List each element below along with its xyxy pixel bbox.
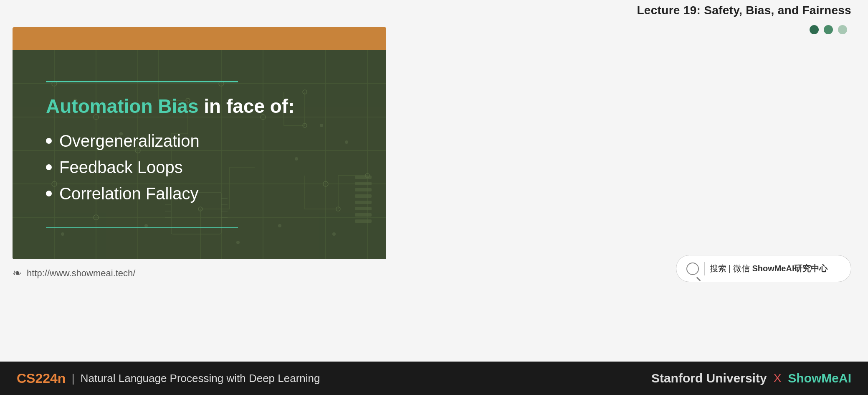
link-icon: ❧ (13, 267, 22, 280)
slide-headline-rest: in face of: (198, 95, 294, 117)
slide-headline-highlight: Automation Bias (46, 95, 198, 117)
bottom-bar: CS224n | Natural Language Processing wit… (0, 362, 868, 395)
slide-content: Automation Bias in face of: Overgenerali… (13, 50, 386, 259)
nav-dot-3[interactable] (838, 25, 847, 34)
brand-name: ShowMeAI (788, 371, 851, 385)
url-text: http://www.showmeai.tech/ (27, 268, 135, 279)
search-divider (704, 262, 705, 275)
bottom-left: CS224n | Natural Language Processing wit… (17, 371, 320, 386)
bullet-2: Feedback Loops (46, 158, 353, 177)
right-panel (388, 42, 868, 362)
university-name: Stanford University (651, 371, 767, 385)
url-bar: ❧ http://www.showmeai.tech/ (13, 267, 135, 280)
slide-headline: Automation Bias in face of: (46, 95, 353, 118)
nav-dots (810, 25, 847, 34)
slide-divider-bottom (46, 227, 238, 228)
course-title: Natural Language Processing with Deep Le… (81, 372, 320, 385)
course-code: CS224n (17, 371, 66, 386)
slide-divider-top (46, 81, 238, 82)
bullet-1: Overgeneralization (46, 132, 353, 150)
bullet-3: Correlation Fallacy (46, 184, 353, 203)
search-bar[interactable]: 搜索 | 微信 ShowMeAI研究中心 (676, 255, 851, 282)
x-symbol: X (774, 372, 782, 385)
slide-main: Automation Bias in face of: Overgenerali… (13, 50, 386, 259)
slide-top-bar (13, 27, 386, 50)
course-separator: | (71, 372, 74, 385)
slide-bullet-list: Overgeneralization Feedback Loops Correl… (46, 132, 353, 211)
lecture-title: Lecture 19: Safety, Bias, and Fairness (637, 4, 851, 17)
nav-dot-1[interactable] (810, 25, 819, 34)
bottom-right: Stanford University X ShowMeAI (651, 371, 851, 385)
search-icon (686, 262, 699, 275)
slide-container: Automation Bias in face of: Overgenerali… (13, 27, 386, 259)
search-text: 搜索 | 微信 ShowMeAI研究中心 (710, 263, 828, 274)
nav-dot-2[interactable] (824, 25, 833, 34)
header: Lecture 19: Safety, Bias, and Fairness (0, 0, 868, 21)
